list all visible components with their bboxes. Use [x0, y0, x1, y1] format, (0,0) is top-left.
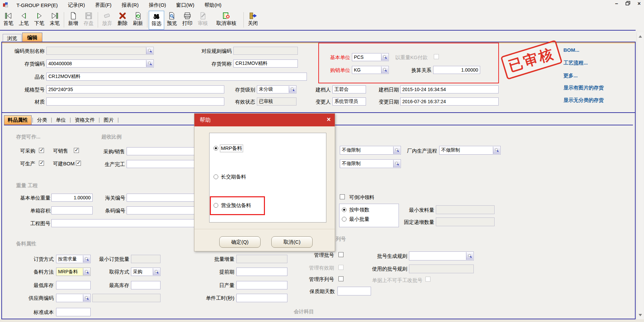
link-process-flow[interactable]: 工艺流程...: [563, 60, 588, 66]
lookup-icon[interactable]: [153, 268, 160, 275]
barcode-input[interactable]: [127, 206, 201, 214]
lookup-icon[interactable]: [493, 147, 500, 154]
link-bom[interactable]: BOM...: [563, 47, 580, 53]
menu-record[interactable]: 记录(R): [63, 1, 90, 10]
scroll-down-icon[interactable]: [638, 313, 643, 317]
tab-unit[interactable]: 单位: [52, 116, 69, 125]
limit-dropdown-1[interactable]: 不做限制: [340, 146, 401, 155]
link-show-unclassified[interactable]: 显示无分类的存货: [563, 97, 604, 104]
lookup-icon[interactable]: [393, 160, 400, 167]
client-top-border: [0, 30, 636, 31]
vertical-scrollbar[interactable]: [637, 32, 644, 319]
level-input[interactable]: 未分级: [257, 85, 296, 93]
tab-classification[interactable]: 分类: [34, 116, 50, 125]
prep-method-dropdown[interactable]: MRP备料: [56, 268, 91, 276]
order-mode-dropdown[interactable]: 按需求量: [56, 255, 91, 263]
material-input[interactable]: [46, 97, 224, 106]
long-cycle-label[interactable]: 长交期备料: [221, 174, 246, 180]
item-code-label: 存货编码: [7, 61, 45, 67]
dialog-footer-divider: [194, 229, 335, 229]
menu-window[interactable]: 窗口(W): [171, 1, 199, 10]
mrp-prep-label[interactable]: MRP备料: [220, 145, 243, 152]
supplier-code-input[interactable]: [56, 294, 91, 302]
last-record-button[interactable]: 末笔: [47, 11, 62, 30]
first-record-button[interactable]: 首笔: [1, 11, 16, 30]
link-show-with-images[interactable]: 显示有图片的存货: [563, 85, 604, 91]
sellable-checkbox[interactable]: [74, 148, 79, 153]
prev-record-button[interactable]: 上笔: [16, 11, 32, 30]
purchase-sale-ratio-input[interactable]: [127, 147, 201, 155]
long-cycle-radio[interactable]: [214, 174, 218, 179]
factory-flow-dropdown[interactable]: 不做限制: [439, 146, 501, 155]
daily-output-input[interactable]: [236, 281, 287, 289]
batch-rule-dropdown[interactable]: [409, 251, 474, 260]
dialog-close-icon[interactable]: ×: [327, 116, 331, 123]
production-done-input[interactable]: [127, 160, 201, 168]
dialog-ok-button[interactable]: 确定(Q): [219, 236, 261, 248]
backflush-checkbox[interactable]: [340, 194, 345, 199]
min-stock-input[interactable]: [56, 281, 91, 289]
lookup-icon[interactable]: [83, 255, 90, 263]
close-button[interactable]: 关闭: [245, 11, 261, 30]
preview-button[interactable]: 预览: [164, 11, 180, 30]
min-batch-radio[interactable]: [342, 217, 347, 222]
lookup-icon[interactable]: [466, 252, 473, 260]
mrp-prep-radio[interactable]: [214, 146, 218, 151]
tab-item-properties[interactable]: 料品属性: [4, 115, 32, 125]
dialog-cancel-button[interactable]: 取消(C): [271, 236, 313, 248]
lead-time-input[interactable]: [236, 268, 287, 276]
menu-app[interactable]: T-GROUP ERP(E): [11, 1, 63, 9]
max-stock-input[interactable]: [131, 281, 160, 289]
next-record-button[interactable]: 下笔: [32, 11, 47, 30]
by-application-label: 按申领数: [349, 207, 369, 213]
link-more[interactable]: 更多...: [563, 73, 578, 79]
lookup-icon[interactable]: [289, 86, 296, 93]
shelf-days-input[interactable]: [337, 287, 371, 295]
std-cost-input[interactable]: [56, 308, 91, 316]
item-name-input[interactable]: CR12MOV精料: [46, 73, 307, 81]
manage-serial-label: 管理序列号: [309, 276, 334, 283]
tab-images[interactable]: 图片: [100, 116, 117, 125]
scroll-up-icon[interactable]: [638, 34, 643, 39]
acquire-mode-dropdown[interactable]: 采购: [131, 268, 160, 276]
spec-input[interactable]: 250*240*35: [46, 85, 224, 93]
box-volume-input[interactable]: [51, 206, 93, 214]
producible-checkbox[interactable]: [39, 161, 44, 166]
menu-interface[interactable]: 界面(F): [90, 1, 117, 10]
print-button[interactable]: 打印: [180, 11, 195, 30]
section-over-receipt: 超收比例: [101, 134, 122, 140]
menu-report[interactable]: 报表(R): [117, 1, 144, 10]
close-window-button[interactable]: ×: [638, 1, 641, 7]
create-date-input: 2015-10-24 16:34:54: [400, 85, 499, 93]
purchasable-checkbox[interactable]: [39, 148, 44, 153]
limit-dropdown-2[interactable]: 不做限制: [340, 159, 401, 168]
item-abbr-input[interactable]: CR12MOV精料: [233, 59, 298, 68]
refresh-button[interactable]: 刷新: [130, 11, 146, 30]
menu-operation[interactable]: 操作(O): [144, 1, 171, 10]
manage-batch-checkbox[interactable]: [338, 252, 343, 257]
minimize-button[interactable]: –: [615, 1, 618, 7]
coding-class-input[interactable]: [46, 47, 154, 55]
bom-allowed-checkbox[interactable]: [76, 161, 81, 166]
tab-qualification-files[interactable]: 资格文件: [71, 116, 98, 125]
lookup-icon[interactable]: [393, 147, 400, 154]
lookup-icon[interactable]: [146, 47, 153, 54]
delete-button[interactable]: 删除: [115, 11, 130, 30]
menu-help[interactable]: 帮助(H): [199, 1, 227, 10]
unit-time-input[interactable]: [236, 294, 287, 302]
base-unit-weight-input[interactable]: 1.00000: [51, 194, 93, 202]
new-button[interactable]: 新增: [65, 11, 81, 30]
item-code-input[interactable]: 400400008: [46, 59, 154, 68]
drawing-no-input[interactable]: [51, 219, 201, 227]
restore-button[interactable]: [626, 1, 630, 7]
cancel-audit-button[interactable]: 取消审核: [211, 11, 242, 30]
filter-button[interactable]: 筛选: [149, 11, 164, 30]
delete-label: 删除: [118, 20, 128, 27]
help-dialog-titlebar[interactable]: 帮助: [194, 114, 335, 126]
lookup-icon[interactable]: [83, 294, 90, 301]
lookup-icon[interactable]: [146, 60, 153, 67]
customs-code-input[interactable]: [127, 194, 201, 202]
manage-serial-checkbox[interactable]: [338, 276, 343, 281]
lookup-icon[interactable]: [83, 268, 90, 275]
by-application-radio[interactable]: [342, 207, 347, 212]
